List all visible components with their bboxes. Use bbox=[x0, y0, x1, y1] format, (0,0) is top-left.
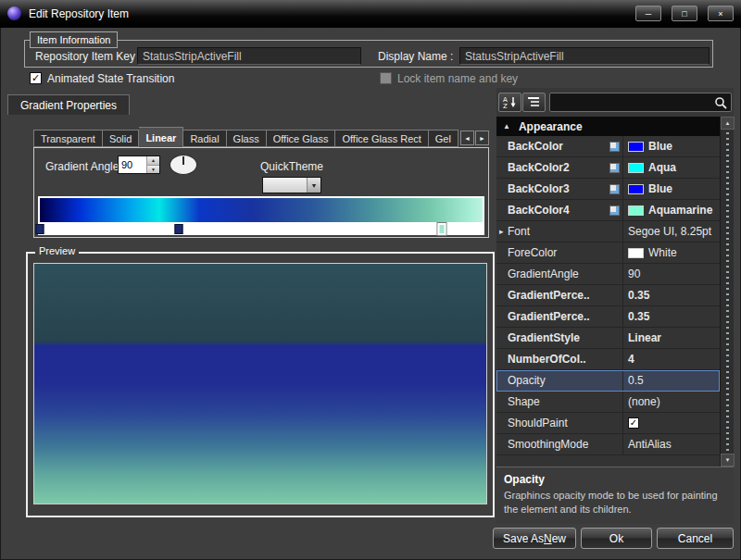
property-value: Blue bbox=[648, 182, 672, 195]
property-row[interactable]: GradientStyle Linear bbox=[496, 328, 720, 349]
tab-scroll-left-button[interactable]: ◄ bbox=[460, 131, 474, 145]
tab-gel[interactable]: Gel bbox=[429, 130, 458, 147]
property-value: Aqua bbox=[648, 161, 676, 174]
property-value: Linear bbox=[628, 331, 661, 344]
shouldpaint-checkbox[interactable]: ✓ bbox=[628, 417, 639, 429]
quicktheme-value bbox=[263, 178, 307, 193]
property-grid-scrollbar[interactable]: ▲ ▼ bbox=[720, 117, 734, 467]
edit-repository-item-dialog: { "window": { "title": "Edit Repository … bbox=[0, 0, 741, 560]
display-name-input[interactable] bbox=[459, 47, 710, 65]
property-name: Opacity bbox=[508, 374, 546, 387]
property-name: Font bbox=[508, 225, 530, 238]
property-row[interactable]: ▸Font Segoe UI, 8.25pt bbox=[496, 221, 720, 243]
property-value: Blue bbox=[648, 140, 672, 153]
property-row[interactable]: Shape (none) bbox=[496, 392, 720, 413]
property-row[interactable]: GradientPerce.. 0.35 bbox=[496, 306, 720, 328]
property-value: (none) bbox=[628, 395, 660, 408]
property-name: GradientPerce.. bbox=[508, 310, 590, 323]
property-row[interactable]: NumberOfCol.. 4 bbox=[496, 349, 720, 370]
property-name: GradientPerce.. bbox=[508, 289, 590, 302]
preview-group: Preview bbox=[26, 252, 495, 517]
property-value: 4 bbox=[628, 353, 634, 366]
property-row-selected[interactable]: Opacity 0.5 bbox=[496, 370, 720, 392]
spin-up-icon[interactable]: ▲ bbox=[147, 156, 159, 166]
gradient-stop-marker[interactable] bbox=[36, 224, 44, 234]
property-value: 0.35 bbox=[628, 289, 649, 302]
categorized-icon bbox=[527, 96, 541, 108]
tab-transparent[interactable]: Transparent bbox=[33, 130, 103, 147]
tab-gradient-properties[interactable]: Gradient Properties bbox=[7, 94, 130, 115]
property-name: BackColor3 bbox=[508, 182, 570, 195]
property-value: 0.35 bbox=[628, 310, 649, 323]
preview-label: Preview bbox=[35, 245, 79, 256]
color-swatch bbox=[628, 142, 644, 152]
linear-tab-page: Gradient Angle: ▲ ▼ QuickTheme ▼ bbox=[33, 147, 489, 238]
color-swatch bbox=[628, 163, 644, 173]
tab-linear[interactable]: Linear bbox=[139, 127, 183, 147]
quicktheme-label: QuickTheme bbox=[260, 158, 323, 175]
color-picker-icon[interactable] bbox=[609, 142, 620, 152]
maximize-button[interactable]: □ bbox=[672, 6, 697, 21]
category-header-appearance[interactable]: ▲ Appearance bbox=[496, 117, 720, 136]
property-row[interactable]: ForeColor White bbox=[496, 243, 720, 264]
angle-dial[interactable] bbox=[170, 155, 197, 175]
property-row[interactable]: BackColor2 Aqua bbox=[496, 157, 720, 179]
property-row[interactable]: GradientPerce.. 0.35 bbox=[496, 285, 720, 306]
color-picker-icon[interactable] bbox=[609, 184, 620, 194]
tab-office-glass[interactable]: Office Glass bbox=[267, 130, 336, 147]
display-name-label: Display Name : bbox=[378, 48, 453, 65]
property-value: Segoe UI, 8.25pt bbox=[628, 225, 711, 238]
property-row[interactable]: GradientAngle 90 bbox=[496, 264, 720, 285]
property-search-input[interactable] bbox=[554, 97, 714, 108]
expand-icon[interactable]: ▸ bbox=[499, 227, 504, 236]
tab-radial[interactable]: Radial bbox=[183, 130, 226, 147]
tab-office-glass-rect[interactable]: Office Glass Rect bbox=[335, 130, 428, 147]
scroll-down-icon[interactable]: ▼ bbox=[721, 454, 735, 467]
property-row[interactable]: ShouldPaint ✓ bbox=[496, 413, 720, 434]
tab-solid[interactable]: Solid bbox=[103, 130, 139, 147]
window-title: Edit Repository Item bbox=[29, 7, 625, 20]
property-row[interactable]: SmoothingMode AntiAlias bbox=[496, 434, 720, 455]
property-name: ShouldPaint bbox=[508, 417, 568, 429]
lock-item-label: Lock item name and key bbox=[397, 72, 518, 85]
ok-button[interactable]: Ok bbox=[581, 528, 652, 549]
app-icon bbox=[7, 6, 21, 20]
gradient-angle-label: Gradient Angle: bbox=[45, 158, 122, 175]
scroll-up-icon[interactable]: ▲ bbox=[721, 117, 735, 130]
gradient-stop-marker[interactable] bbox=[174, 224, 182, 234]
scrollbar-grip[interactable] bbox=[726, 132, 729, 451]
preview-gradient bbox=[33, 263, 487, 504]
property-rows: BackColor Blue BackColor2 Aqua BackColor… bbox=[496, 136, 720, 455]
tab-glass[interactable]: Glass bbox=[227, 130, 267, 147]
gradient-angle-input[interactable] bbox=[119, 156, 146, 173]
save-as-new-button[interactable]: Save As New bbox=[493, 528, 576, 549]
spin-down-icon[interactable]: ▼ bbox=[147, 166, 159, 174]
gradient-stop-marker-selected[interactable] bbox=[438, 223, 446, 235]
property-name: GradientStyle bbox=[508, 331, 580, 344]
tab-scroll-right-button[interactable]: ► bbox=[475, 131, 489, 145]
gradient-bar[interactable] bbox=[40, 198, 483, 222]
repository-item-key-input[interactable] bbox=[137, 47, 361, 65]
gradient-angle-stepper[interactable]: ▲ ▼ bbox=[118, 156, 160, 174]
property-row[interactable]: BackColor3 Blue bbox=[496, 179, 720, 200]
cancel-button[interactable]: Cancel bbox=[657, 528, 734, 549]
description-title: Opacity bbox=[504, 473, 726, 486]
property-row[interactable]: BackColor4 Aquamarine bbox=[496, 200, 720, 221]
minimize-button[interactable]: ─ bbox=[635, 6, 661, 21]
color-picker-icon[interactable] bbox=[609, 163, 620, 173]
property-row[interactable]: BackColor Blue bbox=[496, 136, 720, 157]
gradient-style-tabstrip: Transparent Solid Linear Radial Glass Of… bbox=[33, 127, 459, 147]
description-text: Graphincs opacity mode to be used for pa… bbox=[504, 489, 726, 516]
repository-item-key-label: Repository Item Key : bbox=[35, 48, 142, 65]
sort-alphabetical-button[interactable]: A Z bbox=[498, 93, 521, 112]
property-name: BackColor2 bbox=[508, 161, 570, 174]
animated-state-transition-checkbox[interactable]: ✓ bbox=[30, 72, 42, 84]
color-picker-icon[interactable] bbox=[609, 205, 620, 216]
title-bar: Edit Repository Item ─ □ × bbox=[0, 0, 741, 28]
quicktheme-dropdown[interactable]: ▼ bbox=[262, 177, 321, 193]
property-name: SmoothingMode bbox=[508, 438, 588, 451]
sort-categorized-button[interactable] bbox=[522, 93, 546, 112]
property-value: 0.5 bbox=[628, 374, 644, 387]
close-button[interactable]: × bbox=[708, 6, 734, 21]
lock-item-checkbox[interactable] bbox=[380, 72, 392, 84]
